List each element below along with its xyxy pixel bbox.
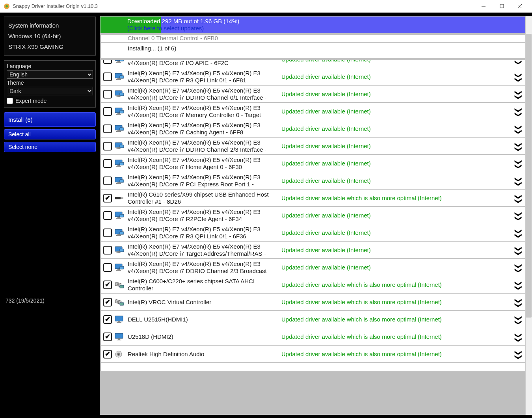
driver-row[interactable]: Intel(R) Xeon(R) E7 v4/Xeon(R) E5 v4/Xeo… <box>101 68 531 85</box>
driver-checkbox[interactable] <box>103 107 112 116</box>
download-progress-bar[interactable]: Downloaded 292 MB out of 1.96 GB (14%) (… <box>100 17 531 33</box>
driver-row[interactable]: Realtek High Definition AudioUpdated dri… <box>101 346 531 363</box>
svg-rect-39 <box>121 197 123 199</box>
chevron-down-icon[interactable]: ❯❯ <box>514 158 523 169</box>
svg-rect-33 <box>120 162 124 165</box>
monitor-icon <box>114 107 125 116</box>
driver-checkbox[interactable] <box>103 194 112 202</box>
driver-checkbox[interactable] <box>103 60 112 64</box>
chevron-down-icon[interactable]: ❯❯ <box>514 210 523 221</box>
driver-checkbox[interactable] <box>103 124 112 133</box>
select-all-button[interactable]: Select all <box>4 129 96 139</box>
driver-row[interactable]: Intel(R) Xeon(R) E7 v4/Xeon(R) E5 v4/Xeo… <box>101 120 531 137</box>
download-text: Downloaded 292 MB out of 1.96 GB (14%) <box>127 18 239 25</box>
driver-row[interactable]: Intel(R) Xeon(R) E7 v4/Xeon(R) E5 v4/Xeo… <box>101 207 531 224</box>
chevron-down-icon[interactable]: ❯❯ <box>514 349 523 359</box>
driver-name: DELL U2515H(HDMI1) <box>128 316 281 323</box>
driver-row[interactable]: Intel(R) VROC Virtual ControllerUpdated … <box>101 294 531 311</box>
minimize-button[interactable] <box>474 0 493 12</box>
driver-row[interactable]: Intel(R) C600+/C220+ series chipset SATA… <box>101 276 531 294</box>
driver-checkbox[interactable] <box>103 176 112 185</box>
driver-checkbox[interactable] <box>103 350 112 359</box>
display-icon <box>114 333 125 341</box>
driver-name: Intel(R) Xeon(R) E7 v4/Xeon(R) E5 v4/Xeo… <box>128 70 281 84</box>
svg-rect-11 <box>117 78 120 79</box>
system-info-board: STRIX X99 GAMING <box>8 41 91 52</box>
driver-checkbox[interactable] <box>103 159 112 168</box>
driver-checkbox[interactable] <box>103 211 112 220</box>
chevron-down-icon[interactable]: ❯❯ <box>514 60 523 65</box>
driver-row[interactable]: Intel(R) C610 series/X99 chipset USB Enh… <box>101 189 531 207</box>
driver-name: Intel(R) C610 series/X99 chipset USB Enh… <box>128 191 281 205</box>
driver-row[interactable]: U2518D (HDMI2)Updated driver available w… <box>101 328 531 346</box>
install-button[interactable]: Install (6) <box>4 112 96 127</box>
driver-row[interactable]: Intel(R) Xeon(R) E7 v4/Xeon(R) E5 v4/Xeo… <box>101 137 531 155</box>
select-none-button[interactable]: Select none <box>4 142 96 152</box>
system-info-panel[interactable]: System information Windows 10 (64-bit) S… <box>4 17 96 56</box>
titlebar: Snappy Driver Installer Origin v1.10.3 <box>0 0 532 13</box>
svg-rect-27 <box>117 147 120 149</box>
driver-row[interactable]: Intel(R) Xeon(R) E7 v4/Xeon(R) E5 v4/Xeo… <box>101 60 531 68</box>
chevron-down-icon[interactable]: ❯❯ <box>514 124 523 134</box>
driver-row[interactable]: Intel(R) Xeon(R) E7 v4/Xeon(R) E5 v4/Xeo… <box>101 103 531 120</box>
driver-checkbox[interactable] <box>103 229 112 237</box>
scrollbar-thumb[interactable] <box>526 34 532 318</box>
chevron-down-icon[interactable]: ❯❯ <box>514 332 523 342</box>
driver-checkbox[interactable] <box>103 333 112 341</box>
maximize-button[interactable] <box>493 0 511 12</box>
driver-name: Realtek High Definition Audio <box>128 351 281 357</box>
chevron-down-icon[interactable]: ❯❯ <box>514 106 523 117</box>
chevron-down-icon[interactable]: ❯❯ <box>514 193 523 203</box>
driver-status: Updated driver available (Internet) <box>281 125 513 132</box>
storage-icon <box>114 281 125 289</box>
driver-list[interactable]: Intel(R) Xeon(R) E7 v4/Xeon(R) E5 v4/Xeo… <box>100 60 531 371</box>
chevron-down-icon[interactable]: ❯❯ <box>514 141 523 151</box>
settings-panel: Language English Theme Dark Expert mode <box>4 60 96 108</box>
chevron-down-icon[interactable]: ❯❯ <box>514 280 523 290</box>
theme-select[interactable]: Dark <box>7 87 93 95</box>
svg-rect-9 <box>120 60 124 61</box>
chevron-down-icon[interactable]: ❯❯ <box>514 262 523 273</box>
driver-row[interactable]: Intel(R) Xeon(R) E7 v4/Xeon(R) E5 v4/Xeo… <box>101 242 531 259</box>
driver-row[interactable]: Intel(R) Xeon(R) E7 v4/Xeon(R) E5 v4/Xeo… <box>101 224 531 242</box>
driver-checkbox[interactable] <box>103 90 112 98</box>
driver-checkbox[interactable] <box>103 263 112 272</box>
monitor-icon <box>114 263 125 272</box>
driver-row[interactable]: Intel(R) Xeon(R) E7 v4/Xeon(R) E5 v4/Xeo… <box>101 172 531 189</box>
driver-checkbox[interactable] <box>103 72 112 81</box>
svg-rect-45 <box>117 234 120 235</box>
language-label: Language <box>7 63 93 69</box>
driver-row[interactable]: Intel(R) Xeon(R) E7 v4/Xeon(R) E5 v4/Xeo… <box>101 155 531 172</box>
driver-row[interactable]: Intel(R) Xeon(R) E7 v4/Xeon(R) E5 v4/Xeo… <box>101 85 531 103</box>
driver-checkbox[interactable] <box>103 315 112 324</box>
svg-point-58 <box>117 301 119 303</box>
driver-checkbox[interactable] <box>103 142 112 150</box>
chevron-down-icon[interactable]: ❯❯ <box>514 72 523 82</box>
svg-rect-32 <box>116 166 121 167</box>
language-select[interactable]: English <box>7 70 93 79</box>
svg-rect-63 <box>115 333 123 338</box>
driver-name: Intel(R) Xeon(R) E7 v4/Xeon(R) E5 v4/Xeo… <box>128 208 281 222</box>
driver-checkbox[interactable] <box>103 246 112 255</box>
driver-status: Updated driver available (Internet) <box>281 212 513 219</box>
chevron-down-icon[interactable]: ❯❯ <box>514 89 523 99</box>
scrollbar-track[interactable] <box>525 16 532 415</box>
chevron-down-icon[interactable]: ❯❯ <box>514 297 523 307</box>
chevron-down-icon[interactable]: ❯❯ <box>514 228 523 238</box>
chevron-down-icon[interactable]: ❯❯ <box>514 176 523 186</box>
system-info-title: System information <box>8 20 91 31</box>
driver-name: Intel(R) Xeon(R) E7 v4/Xeon(R) E5 v4/Xeo… <box>128 226 281 240</box>
chevron-down-icon[interactable]: ❯❯ <box>514 314 523 325</box>
driver-checkbox[interactable] <box>103 281 112 289</box>
driver-checkbox[interactable] <box>103 298 112 307</box>
expert-mode-checkbox[interactable] <box>7 98 13 104</box>
svg-rect-17 <box>120 93 124 96</box>
svg-rect-20 <box>116 114 121 115</box>
svg-rect-55 <box>120 266 124 269</box>
close-button[interactable] <box>511 0 529 12</box>
chevron-down-icon[interactable]: ❯❯ <box>514 245 523 255</box>
svg-rect-57 <box>120 285 124 288</box>
driver-row[interactable]: Intel(R) Xeon(R) E7 v4/Xeon(R) E5 v4/Xeo… <box>101 259 531 276</box>
driver-row[interactable]: DELL U2515H(HDMI1)Updated driver availab… <box>101 311 531 328</box>
driver-status: Updated driver available which is also m… <box>281 299 513 305</box>
